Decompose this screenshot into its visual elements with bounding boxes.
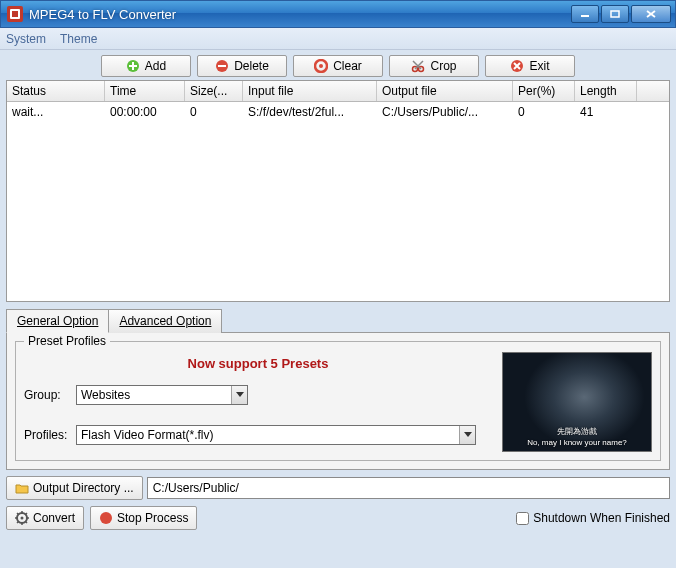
window-title: MPEG4 to FLV Converter xyxy=(29,7,571,22)
tab-general[interactable]: General Option xyxy=(6,309,109,333)
gear-icon xyxy=(15,511,29,525)
exit-label: Exit xyxy=(529,59,549,73)
folder-icon xyxy=(15,481,29,495)
exit-icon xyxy=(510,59,524,73)
profiles-label: Profiles: xyxy=(24,428,76,442)
delete-label: Delete xyxy=(234,59,269,73)
menu-bar: System Theme xyxy=(0,28,676,50)
minimize-button[interactable] xyxy=(571,5,599,23)
col-size[interactable]: Size(... xyxy=(185,81,243,101)
delete-button[interactable]: Delete xyxy=(197,55,287,77)
shutdown-checkbox[interactable]: Shutdown When Finished xyxy=(516,511,670,525)
table-row[interactable]: wait... 00:00:00 0 S:/f/dev/test/2ful...… xyxy=(7,102,669,122)
cell-input: S:/f/dev/test/2ful... xyxy=(243,102,377,122)
chevron-down-icon xyxy=(459,426,475,444)
close-button[interactable] xyxy=(631,5,671,23)
option-tabs: General Option Advanced Option xyxy=(6,308,670,332)
minus-icon xyxy=(215,59,229,73)
shutdown-label: Shutdown When Finished xyxy=(533,511,670,525)
cell-status: wait... xyxy=(7,102,105,122)
thumb-subtitle-2: No, may I know your name? xyxy=(503,438,651,447)
file-table: Status Time Size(... Input file Output f… xyxy=(6,80,670,302)
table-body[interactable]: wait... 00:00:00 0 S:/f/dev/test/2ful...… xyxy=(7,102,669,301)
general-panel: Preset Profiles Now support 5 Presets Gr… xyxy=(6,332,670,470)
preset-fieldset: Preset Profiles Now support 5 Presets Gr… xyxy=(15,341,661,461)
chevron-down-icon xyxy=(231,386,247,404)
stop-icon xyxy=(99,511,113,525)
preview-thumbnail: 先開為游戲 No, may I know your name? xyxy=(502,352,652,452)
svg-rect-9 xyxy=(218,65,226,67)
thumb-subtitle-1: 先開為游戲 xyxy=(503,426,651,437)
col-input[interactable]: Input file xyxy=(243,81,377,101)
convert-label: Convert xyxy=(33,511,75,525)
group-select[interactable]: Websites xyxy=(76,385,248,405)
preset-legend: Preset Profiles xyxy=(24,334,110,348)
cell-length: 41 xyxy=(575,102,637,122)
col-time[interactable]: Time xyxy=(105,81,185,101)
output-directory-button[interactable]: Output Directory ... xyxy=(6,476,143,500)
group-label: Group: xyxy=(24,388,76,402)
plus-icon xyxy=(126,59,140,73)
svg-rect-4 xyxy=(611,11,619,17)
svg-rect-2 xyxy=(12,11,18,17)
title-bar: MPEG4 to FLV Converter xyxy=(0,0,676,28)
output-directory-input[interactable] xyxy=(147,477,670,499)
convert-button[interactable]: Convert xyxy=(6,506,84,530)
svg-point-11 xyxy=(319,64,323,68)
clear-label: Clear xyxy=(333,59,362,73)
col-output[interactable]: Output file xyxy=(377,81,513,101)
profiles-value: Flash Video Format(*.flv) xyxy=(81,428,214,442)
cell-per: 0 xyxy=(513,102,575,122)
cell-time: 00:00:00 xyxy=(105,102,185,122)
output-directory-label: Output Directory ... xyxy=(33,481,134,495)
maximize-button[interactable] xyxy=(601,5,629,23)
svg-point-16 xyxy=(21,517,24,520)
profiles-select[interactable]: Flash Video Format(*.flv) xyxy=(76,425,476,445)
col-length[interactable]: Length xyxy=(575,81,637,101)
exit-button[interactable]: Exit xyxy=(485,55,575,77)
preset-message: Now support 5 Presets xyxy=(24,356,492,371)
stop-button[interactable]: Stop Process xyxy=(90,506,197,530)
crop-label: Crop xyxy=(430,59,456,73)
clear-icon xyxy=(314,59,328,73)
col-status[interactable]: Status xyxy=(7,81,105,101)
table-header: Status Time Size(... Input file Output f… xyxy=(7,81,669,102)
app-icon xyxy=(7,6,23,22)
crop-icon xyxy=(411,59,425,73)
col-per[interactable]: Per(%) xyxy=(513,81,575,101)
add-button[interactable]: Add xyxy=(101,55,191,77)
crop-button[interactable]: Crop xyxy=(389,55,479,77)
shutdown-checkbox-input[interactable] xyxy=(516,512,529,525)
tab-advanced[interactable]: Advanced Option xyxy=(108,309,222,333)
cell-size: 0 xyxy=(185,102,243,122)
svg-point-17 xyxy=(100,512,112,524)
stop-label: Stop Process xyxy=(117,511,188,525)
menu-system[interactable]: System xyxy=(6,32,46,46)
menu-theme[interactable]: Theme xyxy=(60,32,97,46)
cell-output: C:/Users/Public/... xyxy=(377,102,513,122)
toolbar: Add Delete Clear Crop Exit xyxy=(6,52,670,80)
add-label: Add xyxy=(145,59,166,73)
group-value: Websites xyxy=(81,388,130,402)
clear-button[interactable]: Clear xyxy=(293,55,383,77)
